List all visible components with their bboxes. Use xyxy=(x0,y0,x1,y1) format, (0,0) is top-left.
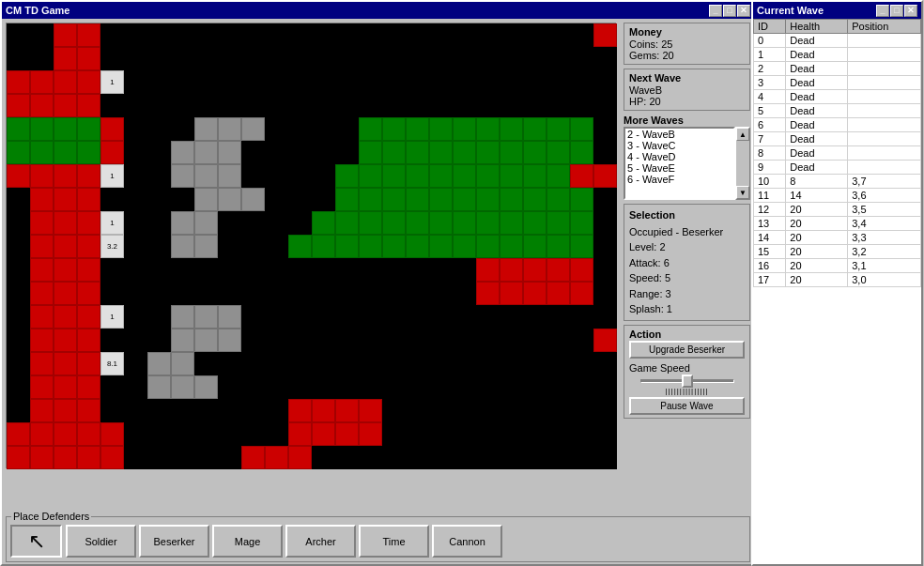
grid-cell[interactable] xyxy=(406,70,429,94)
grid-cell[interactable] xyxy=(570,422,593,446)
wave-close-btn[interactable]: ✕ xyxy=(904,5,917,17)
grid-cell[interactable] xyxy=(30,188,54,211)
list-item[interactable]: 5 - WaveE xyxy=(625,162,733,174)
grid-cell[interactable] xyxy=(500,235,523,258)
grid-cell[interactable] xyxy=(171,47,194,70)
grid-cell[interactable] xyxy=(218,375,241,399)
grid-cell[interactable] xyxy=(312,329,335,352)
defender-btn-soldier[interactable]: Soldier xyxy=(66,525,136,558)
grid-cell[interactable] xyxy=(359,329,382,352)
grid-cell[interactable] xyxy=(265,329,288,352)
grid-cell[interactable] xyxy=(77,282,100,305)
grid-cell[interactable] xyxy=(523,117,547,141)
grid-cell[interactable] xyxy=(288,399,312,422)
grid-cell[interactable] xyxy=(570,70,593,94)
grid-cell[interactable] xyxy=(429,422,453,446)
grid-cell[interactable] xyxy=(476,47,500,70)
grid-cell[interactable] xyxy=(218,47,241,70)
grid-cell[interactable] xyxy=(547,422,570,446)
grid-cell[interactable] xyxy=(77,117,100,141)
grid-cell[interactable] xyxy=(77,329,100,352)
grid-cell[interactable] xyxy=(429,282,453,305)
grid-cell[interactable] xyxy=(570,329,593,352)
grid-cell[interactable] xyxy=(406,23,429,47)
grid-cell[interactable] xyxy=(30,70,54,94)
grid-cell[interactable] xyxy=(359,188,382,211)
grid-cell[interactable] xyxy=(453,446,476,469)
grid-cell[interactable] xyxy=(241,235,265,258)
grid-cell[interactable] xyxy=(312,258,335,282)
grid-cell[interactable] xyxy=(406,47,429,70)
grid-cell[interactable] xyxy=(241,446,265,469)
grid-cell[interactable] xyxy=(523,375,547,399)
grid-cell[interactable] xyxy=(570,235,593,258)
grid-cell[interactable] xyxy=(7,235,30,258)
grid-cell[interactable] xyxy=(547,141,570,164)
grid-cell[interactable] xyxy=(265,375,288,399)
grid-cell[interactable] xyxy=(523,399,547,422)
grid-cell[interactable] xyxy=(54,211,77,235)
grid-cell[interactable] xyxy=(453,282,476,305)
grid-cell[interactable] xyxy=(30,305,54,329)
grid-cell[interactable] xyxy=(570,258,593,282)
grid-cell[interactable] xyxy=(547,164,570,188)
grid-cell[interactable] xyxy=(453,352,476,375)
grid-cell[interactable] xyxy=(335,329,359,352)
grid-cell[interactable] xyxy=(77,211,100,235)
grid-cell[interactable] xyxy=(30,164,54,188)
grid-cell[interactable] xyxy=(335,47,359,70)
minimize-btn[interactable]: _ xyxy=(709,5,722,17)
grid-cell[interactable] xyxy=(476,70,500,94)
grid-cell[interactable] xyxy=(382,399,406,422)
grid-cell[interactable] xyxy=(124,399,147,422)
grid-cell[interactable] xyxy=(406,352,429,375)
grid-cell[interactable] xyxy=(194,235,218,258)
grid-cell[interactable] xyxy=(570,305,593,329)
grid-cell[interactable] xyxy=(124,164,147,188)
grid-cell[interactable] xyxy=(265,141,288,164)
grid-cell[interactable] xyxy=(241,282,265,305)
grid-cell[interactable] xyxy=(523,188,547,211)
grid-cell[interactable] xyxy=(406,375,429,399)
grid-cell[interactable] xyxy=(570,141,593,164)
grid-cell[interactable] xyxy=(500,399,523,422)
grid-cell[interactable] xyxy=(382,305,406,329)
grid-cell[interactable] xyxy=(593,375,617,399)
grid-cell[interactable] xyxy=(54,258,77,282)
grid-cell[interactable] xyxy=(218,235,241,258)
grid-cell[interactable] xyxy=(100,399,124,422)
grid-cell[interactable] xyxy=(124,211,147,235)
grid-cell[interactable] xyxy=(406,94,429,117)
grid-cell[interactable] xyxy=(312,23,335,47)
grid-cell[interactable] xyxy=(382,422,406,446)
grid-cell[interactable] xyxy=(406,446,429,469)
grid-cell[interactable] xyxy=(241,258,265,282)
grid-cell[interactable] xyxy=(312,352,335,375)
grid-cell[interactable] xyxy=(593,164,617,188)
grid-cell[interactable] xyxy=(523,141,547,164)
grid-cell[interactable] xyxy=(453,94,476,117)
grid-cell[interactable] xyxy=(241,375,265,399)
grid-cell[interactable] xyxy=(124,235,147,258)
grid-cell[interactable] xyxy=(194,211,218,235)
grid-cell[interactable] xyxy=(429,305,453,329)
grid-cell[interactable] xyxy=(312,70,335,94)
grid-cell[interactable] xyxy=(382,446,406,469)
grid-cell[interactable] xyxy=(500,305,523,329)
grid-cell[interactable] xyxy=(265,399,288,422)
grid-cell[interactable] xyxy=(453,47,476,70)
grid-cell[interactable] xyxy=(382,117,406,141)
grid-cell[interactable] xyxy=(7,141,30,164)
grid-cell[interactable] xyxy=(7,188,30,211)
grid-cell[interactable] xyxy=(429,94,453,117)
grid-cell[interactable] xyxy=(359,282,382,305)
grid-cell[interactable] xyxy=(7,23,30,47)
grid-cell[interactable] xyxy=(171,375,194,399)
grid-cell[interactable] xyxy=(147,188,171,211)
grid-cell[interactable] xyxy=(476,399,500,422)
grid-cell[interactable] xyxy=(288,375,312,399)
grid-cell[interactable] xyxy=(241,352,265,375)
grid-cell[interactable] xyxy=(429,446,453,469)
grid-cell[interactable] xyxy=(124,352,147,375)
grid-cell[interactable] xyxy=(406,235,429,258)
